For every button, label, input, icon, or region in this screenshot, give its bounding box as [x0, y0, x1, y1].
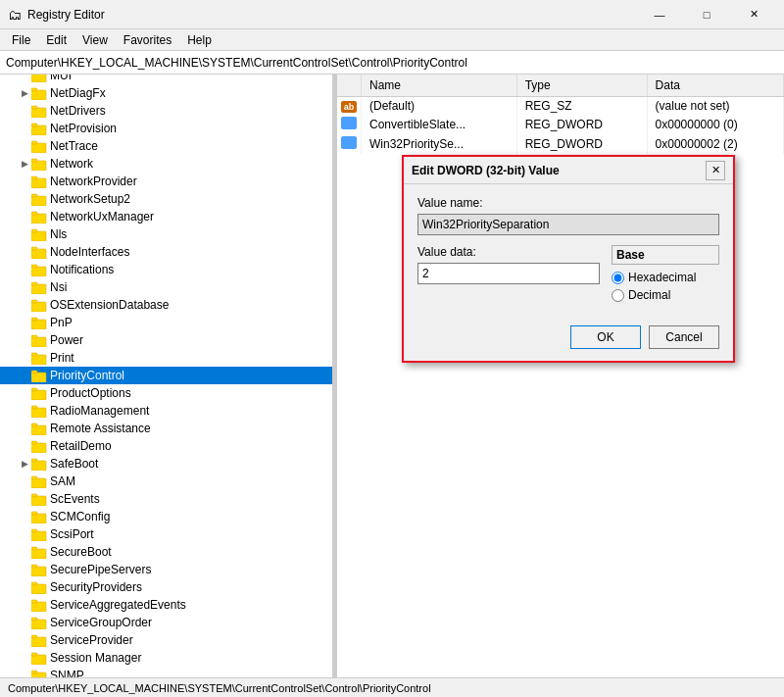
tree-item[interactable]: NetworkSetup2: [0, 190, 332, 208]
decimal-option[interactable]: Decimal: [612, 288, 719, 302]
svg-rect-56: [31, 371, 37, 373]
hexadecimal-radio[interactable]: [612, 272, 624, 284]
tree-item[interactable]: Nls: [0, 225, 332, 243]
tree-item-label: Network: [50, 157, 93, 171]
tree-item[interactable]: MUI: [0, 75, 332, 84]
registry-table: Name Type Data ab(Default)REG_SZ(value n…: [337, 75, 784, 154]
row-icon: [337, 134, 362, 154]
tree-item[interactable]: ServiceProvider: [0, 631, 332, 649]
tree-item[interactable]: ServiceAggregatedEvents: [0, 596, 332, 614]
tree-item[interactable]: ▶ SafeBoot: [0, 455, 332, 473]
row-name: ConvertibleSlate...: [362, 115, 517, 134]
menu-item-view[interactable]: View: [74, 31, 116, 49]
svg-rect-62: [31, 406, 37, 409]
value-data-input[interactable]: [417, 263, 600, 284]
minimize-button[interactable]: —: [637, 0, 682, 29]
tree-item[interactable]: NodeInterfaces: [0, 243, 332, 261]
tree-item-label: SNMP: [50, 669, 84, 677]
svg-rect-41: [31, 282, 37, 285]
tree-item-label: Nsi: [50, 280, 67, 294]
table-row[interactable]: ConvertibleSlate...REG_DWORD0x00000000 (…: [337, 115, 784, 134]
tree-scroll[interactable]: ▶ MSDTC MUI▶ NetDiagFx NetDrivers NetPro…: [0, 75, 332, 677]
menu-item-edit[interactable]: Edit: [38, 31, 74, 49]
folder-icon: [31, 227, 50, 241]
edit-dword-dialog[interactable]: Edit DWORD (32-bit) Value ✕ Value name: …: [402, 155, 735, 363]
tree-item-label: Power: [50, 333, 83, 347]
col-data-header[interactable]: Data: [647, 75, 783, 96]
folder-icon: [31, 104, 50, 118]
tree-item[interactable]: Notifications: [0, 261, 332, 278]
expand-arrow-icon[interactable]: ▶: [18, 159, 31, 169]
svg-rect-71: [31, 459, 37, 462]
menu-item-file[interactable]: File: [4, 31, 38, 49]
cancel-button[interactable]: Cancel: [649, 325, 719, 349]
tree-item[interactable]: ▶ Network: [0, 155, 332, 173]
tree-item[interactable]: ScEvents: [0, 490, 332, 508]
tree-item[interactable]: ServiceGroupOrder: [0, 614, 332, 631]
value-data-section: Value data:: [417, 245, 600, 284]
expand-arrow-icon[interactable]: ▶: [18, 88, 31, 98]
value-name-label: Value name:: [417, 196, 719, 210]
tree-item[interactable]: SecurityProviders: [0, 578, 332, 596]
tree-item[interactable]: NetTrace: [0, 137, 332, 155]
value-name-input[interactable]: [417, 214, 719, 235]
col-name-header[interactable]: Name: [362, 75, 517, 96]
svg-rect-20: [31, 159, 37, 162]
svg-rect-26: [31, 194, 37, 197]
maximize-button[interactable]: □: [684, 0, 729, 29]
tree-item[interactable]: Session Manager: [0, 649, 332, 667]
tree-item[interactable]: NetProvision: [0, 120, 332, 137]
address-path: Computer\HKEY_LOCAL_MACHINE\SYSTEM\Curre…: [6, 56, 467, 70]
folder-icon: [31, 316, 50, 329]
dialog-title-bar: Edit DWORD (32-bit) Value ✕: [404, 157, 733, 184]
tree-item[interactable]: ScsiPort: [0, 525, 332, 543]
table-row[interactable]: Win32PrioritySe...REG_DWORD0x00000002 (2…: [337, 134, 784, 154]
folder-icon: [31, 422, 50, 435]
col-type-header[interactable]: Type: [516, 75, 647, 96]
tree-item[interactable]: RadioManagement: [0, 402, 332, 420]
row-data: 0x00000002 (2): [647, 134, 783, 154]
tree-item[interactable]: OSExtensionDatabase: [0, 296, 332, 314]
folder-icon: [31, 580, 50, 594]
tree-item[interactable]: Nsi: [0, 278, 332, 296]
svg-rect-83: [31, 529, 37, 532]
table-row[interactable]: ab(Default)REG_SZ(value not set): [337, 96, 784, 115]
decimal-label: Decimal: [628, 288, 670, 302]
tree-item[interactable]: SCMConfig: [0, 508, 332, 525]
tree-item[interactable]: ▶ NetDiagFx: [0, 84, 332, 102]
tree-item[interactable]: NetworkProvider: [0, 173, 332, 190]
svg-rect-44: [31, 300, 37, 303]
tree-item[interactable]: Remote Assistance: [0, 420, 332, 437]
decimal-radio[interactable]: [612, 289, 624, 302]
row-type: REG_DWORD: [516, 115, 647, 134]
folder-icon: [31, 651, 50, 665]
row-name: Win32PrioritySe...: [362, 134, 517, 154]
tree-item[interactable]: PriorityControl: [0, 367, 332, 384]
tree-item[interactable]: NetworkUxManager: [0, 208, 332, 225]
row-data: (value not set): [647, 96, 783, 115]
folder-icon: [31, 333, 50, 347]
tree-item-label: RadioManagement: [50, 404, 149, 418]
svg-rect-74: [31, 476, 37, 479]
tree-item[interactable]: ProductOptions: [0, 384, 332, 402]
tree-item[interactable]: SAM: [0, 473, 332, 490]
dialog-close-button[interactable]: ✕: [706, 161, 725, 180]
folder-icon: [31, 139, 50, 153]
tree-item[interactable]: NetDrivers: [0, 102, 332, 120]
menu-item-favorites[interactable]: Favorites: [116, 31, 179, 49]
tree-item[interactable]: SecurePipeServers: [0, 561, 332, 578]
tree-item[interactable]: SecureBoot: [0, 543, 332, 561]
ok-button[interactable]: OK: [570, 325, 641, 349]
tree-item[interactable]: Power: [0, 331, 332, 349]
expand-arrow-icon[interactable]: ▶: [18, 459, 31, 469]
tree-item[interactable]: SNMP: [0, 667, 332, 677]
close-button[interactable]: ✕: [731, 0, 776, 29]
tree-item[interactable]: Print: [0, 349, 332, 367]
menu-item-help[interactable]: Help: [179, 31, 220, 49]
svg-rect-32: [31, 229, 37, 232]
app-title: Registry Editor: [27, 8, 105, 22]
row-data: 0x00000000 (0): [647, 115, 783, 134]
tree-item[interactable]: PnP: [0, 314, 332, 331]
hexadecimal-option[interactable]: Hexadecimal: [612, 271, 719, 284]
tree-item[interactable]: RetailDemo: [0, 437, 332, 455]
